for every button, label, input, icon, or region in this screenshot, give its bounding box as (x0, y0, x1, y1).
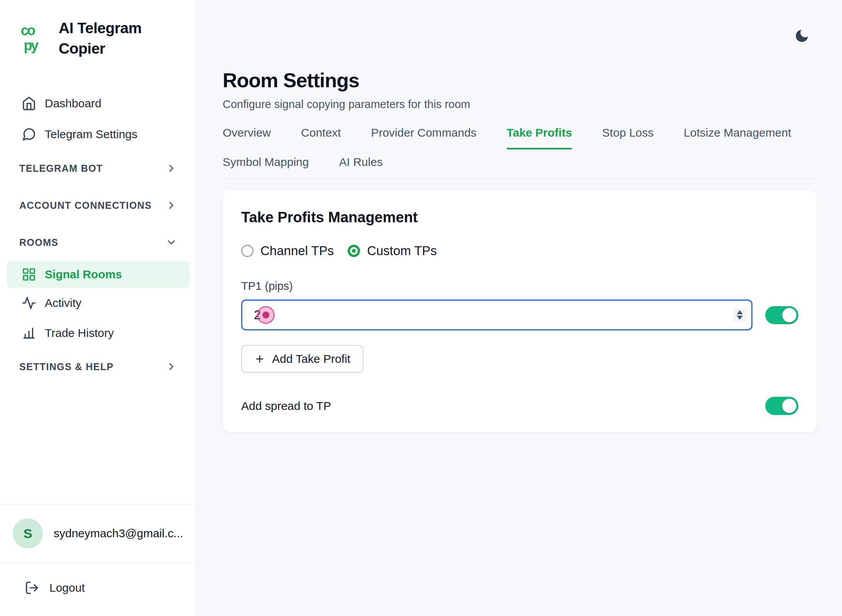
section-label: ROOMS (19, 237, 58, 248)
tab-take-profits[interactable]: Take Profits (507, 126, 572, 149)
chevron-right-icon (166, 361, 177, 372)
tp1-toggle[interactable] (765, 306, 798, 324)
section-settings-help[interactable]: SETTINGS & HELP (0, 348, 196, 385)
add-take-profit-label: Add Take Profit (272, 352, 350, 366)
tp1-row (241, 300, 798, 330)
theme-toggle-button[interactable] (794, 27, 812, 45)
tp1-input[interactable] (242, 301, 751, 329)
page-subtitle: Configure signal copying parameters for … (223, 98, 817, 111)
sidebar-footer: S sydneymach3@gmail.c... Logout (0, 504, 196, 616)
card-title: Take Profits Management (241, 209, 798, 226)
radio-channel-tps[interactable]: Channel TPs (241, 244, 334, 258)
logout-button[interactable]: Logout (0, 562, 196, 616)
tp1-input-wrap (241, 300, 752, 330)
logout-label: Logout (49, 581, 85, 594)
sidebar-item-telegram-settings[interactable]: Telegram Settings (0, 119, 196, 150)
tab-stop-loss[interactable]: Stop Loss (602, 126, 653, 149)
spinner-up-icon (737, 310, 743, 315)
section-account-connections[interactable]: ACCOUNT CONNECTIONS (0, 187, 196, 224)
section-telegram-bot[interactable]: TELEGRAM BOT (0, 150, 196, 187)
radio-label: Custom TPs (367, 244, 437, 258)
sidebar-item-dashboard[interactable]: Dashboard (0, 88, 196, 119)
toggle-knob (782, 308, 796, 322)
copier-logo-icon: co py (20, 23, 49, 54)
app-title: AI Telegram Copier (59, 18, 155, 59)
take-profits-card: Take Profits Management Channel TPs Cust… (223, 190, 817, 433)
home-icon (22, 96, 36, 111)
tab-ai-rules[interactable]: AI Rules (339, 156, 382, 179)
sidebar-item-signal-rooms[interactable]: Signal Rooms (7, 261, 190, 288)
main-content: Room Settings Configure signal copying p… (197, 0, 842, 616)
grid-icon (22, 267, 36, 282)
tab-context[interactable]: Context (301, 126, 341, 149)
tp-mode-options: Channel TPs Custom TPs (241, 244, 798, 258)
app-header: co py AI Telegram Copier (0, 0, 196, 59)
radio-label: Channel TPs (260, 244, 334, 258)
sidebar-item-activity[interactable]: Activity (0, 288, 196, 318)
moon-icon (794, 28, 812, 44)
radio-custom-tps[interactable]: Custom TPs (348, 244, 437, 258)
radio-circle-icon (241, 245, 254, 257)
section-label: TELEGRAM BOT (19, 163, 103, 174)
sidebar-item-label: Dashboard (45, 97, 101, 110)
bar-chart-icon (22, 326, 36, 340)
tab-symbol-mapping[interactable]: Symbol Mapping (223, 156, 309, 179)
sidebar-item-trade-history[interactable]: Trade History (0, 318, 196, 348)
number-spinner[interactable] (733, 308, 747, 322)
toggle-knob (782, 399, 796, 413)
spread-label: Add spread to TP (241, 399, 331, 413)
chevron-right-icon (166, 162, 177, 174)
logout-icon (25, 580, 39, 595)
radio-circle-icon (348, 245, 360, 257)
sidebar-item-label: Signal Rooms (45, 268, 122, 281)
tp1-label: TP1 (pips) (241, 280, 798, 293)
tab-lotsize-management[interactable]: Lotsize Management (684, 126, 791, 149)
topbar (223, 0, 817, 45)
add-take-profit-button[interactable]: Add Take Profit (241, 345, 364, 373)
tab-overview[interactable]: Overview (223, 126, 271, 149)
chat-icon (22, 127, 36, 142)
sidebar: co py AI Telegram Copier Dashboard Teleg… (0, 0, 197, 616)
svg-text:py: py (24, 37, 39, 53)
sidebar-item-label: Telegram Settings (45, 128, 137, 141)
section-rooms[interactable]: ROOMS (0, 224, 196, 261)
chevron-right-icon (166, 200, 177, 211)
section-label: SETTINGS & HELP (19, 361, 114, 372)
avatar: S (13, 518, 43, 548)
tab-bar: Overview Context Provider Commands Take … (223, 126, 817, 179)
plus-icon (254, 354, 265, 364)
sidebar-nav: Dashboard Telegram Settings TELEGRAM BOT… (0, 88, 196, 385)
user-row: S sydneymach3@gmail.c... (0, 504, 196, 562)
user-email: sydneymach3@gmail.c... (54, 527, 183, 540)
activity-icon (22, 296, 36, 310)
section-label: ACCOUNT CONNECTIONS (19, 200, 152, 211)
svg-text:co: co (21, 23, 35, 38)
page-title: Room Settings (223, 69, 817, 92)
spinner-down-icon (737, 316, 743, 320)
sidebar-item-label: Trade History (45, 327, 114, 340)
tab-provider-commands[interactable]: Provider Commands (371, 126, 476, 149)
sidebar-item-label: Activity (45, 296, 81, 310)
spread-row: Add spread to TP (241, 397, 798, 415)
spread-toggle[interactable] (765, 397, 798, 415)
chevron-down-icon (166, 237, 177, 248)
